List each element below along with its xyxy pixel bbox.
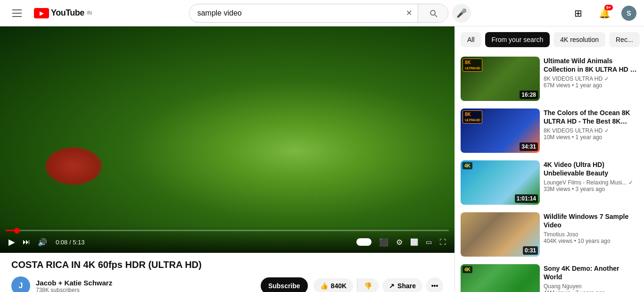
sidebar-video-meta: 404K views • 10 years ago (544, 238, 638, 244)
next-button[interactable]: ⏭ (20, 236, 33, 248)
verified-icon: ✓ (604, 75, 609, 82)
video-thumbnail: 0:31 (461, 212, 540, 257)
sidebar-video-item-1[interactable]: 8KULTRA HD 16:28 Ultimate Wild Animals C… (455, 53, 644, 105)
main-content: ▶ ⏭ 🔊 0:08 / 5:13 (0, 26, 644, 292)
gear-icon: ⚙ (396, 238, 403, 247)
youtube-logo-icon (34, 8, 49, 18)
channel-name[interactable]: Jacob + Katie Schwarz (36, 279, 255, 287)
video-title: COSTA RICA IN 4K 60fps HDR (ULTRA HD) (11, 259, 443, 271)
video-badge: 8KULTRA HD (462, 58, 482, 72)
sidebar-channel-name: 8K VIDEOS ULTRA HD ✓ (544, 127, 638, 134)
search-icon (429, 8, 438, 18)
sidebar-video-meta: 67M views • 1 year ago (544, 82, 638, 89)
verified-icon: ✓ (604, 127, 609, 134)
sidebar-video-item-3[interactable]: 4K 1:01:14 4K Video (Ultra HD) Unbelieva… (455, 157, 644, 209)
logo-text: YouTube (51, 8, 84, 18)
notifications-button[interactable]: 🔔 9+ (595, 4, 614, 23)
sidebar-video-item-5[interactable]: 4K Sony 4K Demo: Another World Quang Ngu… (455, 260, 644, 292)
miniplayer-button[interactable]: ⬜ (407, 236, 421, 248)
fullscreen-icon: ⛶ (439, 238, 446, 246)
header: YouTubeIN ✕ 🎤 ⊞ 🔔 9+ S (0, 0, 644, 26)
sidebar-channel-name: 8K VIDEOS ULTRA HD ✓ (544, 75, 638, 82)
voice-search-button[interactable]: 🎤 (452, 4, 471, 23)
sidebar-video-title: Wildlife Windows 7 Sample Video (544, 212, 638, 229)
fullscreen-button[interactable]: ⛶ (437, 236, 449, 248)
search-input[interactable] (190, 9, 400, 17)
sidebar-video-info: Ultimate Wild Animals Collection in 8K U… (544, 57, 638, 101)
video-section: ▶ ⏭ 🔊 0:08 / 5:13 (0, 26, 454, 292)
video-player[interactable]: ▶ ⏭ 🔊 0:08 / 5:13 (0, 26, 454, 253)
video-thumbnail: 8KULTRA HD 34:31 (461, 108, 540, 153)
theater-mode-button[interactable]: ▭ (423, 236, 435, 248)
video-badge: 8KULTRA HD (462, 110, 482, 124)
progress-filled (6, 230, 17, 231)
search-submit-button[interactable] (418, 4, 448, 23)
pill-from-your-search[interactable]: From your search (485, 32, 550, 47)
video-player-container: ▶ ⏭ 🔊 0:08 / 5:13 (0, 26, 454, 253)
video-info: COSTA RICA IN 4K 60fps HDR (ULTRA HD) J … (0, 253, 454, 292)
settings-button[interactable]: ⚙ (393, 236, 405, 249)
pill-recommended[interactable]: Rec... (609, 32, 640, 47)
time-display: 0:08 / 5:13 (56, 239, 84, 246)
controls-row: ▶ ⏭ 🔊 0:08 / 5:13 (6, 235, 449, 249)
share-button[interactable]: ↗ Share (382, 278, 422, 292)
sidebar-video-meta: 41M views • 7 years ago (544, 290, 638, 292)
subtitles-button[interactable]: ⬛ (376, 236, 391, 249)
youtube-logo[interactable]: YouTubeIN (34, 8, 92, 18)
hamburger-menu-button[interactable] (8, 4, 26, 23)
search-bar: ✕ (189, 4, 448, 23)
controls-right: ⬛ ⚙ ⬜ ▭ ⛶ (354, 236, 449, 249)
autoplay-icon (356, 238, 372, 246)
pill-all[interactable]: All (461, 32, 481, 47)
like-count: 840K (331, 282, 347, 290)
search-clear-button[interactable]: ✕ (400, 8, 418, 17)
miniplayer-icon: ⬜ (410, 238, 418, 246)
autoplay-toggle[interactable] (354, 236, 374, 248)
sidebar-video-info: 4K Video (Ultra HD) Unbelievable Beauty … (544, 160, 638, 205)
sidebar-video-info: The Colors of the Ocean 8K ULTRA HD - Th… (544, 108, 638, 153)
channel-info: Jacob + Katie Schwarz 738K subscribers (36, 279, 255, 292)
video-controls: ▶ ⏭ 🔊 0:08 / 5:13 (0, 226, 454, 253)
video-thumbnail: 4K 1:01:14 (461, 160, 540, 205)
pill-4k-resolution[interactable]: 4K resolution (553, 32, 605, 47)
add-video-icon: ⊞ (574, 8, 582, 19)
filter-pills: All From your search 4K resolution Rec..… (455, 26, 644, 53)
create-video-button[interactable]: ⊞ (569, 4, 587, 23)
play-button[interactable]: ▶ (6, 235, 18, 249)
ellipsis-icon: ••• (431, 282, 438, 290)
volume-button[interactable]: 🔊 (35, 236, 50, 249)
channel-subscribers: 738K subscribers (36, 287, 255, 292)
subscribe-button[interactable]: Subscribe (261, 277, 308, 292)
dislike-button[interactable]: 👎 (357, 278, 379, 292)
volume-icon: 🔊 (38, 238, 47, 247)
sidebar-video-item-4[interactable]: 0:31 Wildlife Windows 7 Sample Video Tim… (455, 209, 644, 260)
avatar[interactable]: S (621, 6, 636, 21)
more-options-button[interactable]: ••• (426, 277, 443, 292)
sidebar-video-item-2[interactable]: 8KULTRA HD 34:31 The Colors of the Ocean… (455, 105, 644, 157)
video-thumbnail: 4K (461, 264, 540, 292)
video-duration: 34:31 (520, 142, 538, 151)
search-container: ✕ 🎤 (92, 4, 569, 23)
sidebar-video-meta: 10M views • 1 year ago (544, 134, 638, 141)
share-icon: ↗ (389, 282, 395, 290)
sidebar-video-title: Ultimate Wild Animals Collection in 8K U… (544, 57, 638, 74)
notification-badge: 9+ (604, 5, 613, 10)
video-duration: 0:31 (523, 246, 538, 255)
header-left: YouTubeIN (8, 4, 92, 23)
sidebar-video-meta: 33M views • 3 years ago (544, 186, 638, 192)
like-icon: 👍 (320, 282, 328, 290)
hamburger-icon (12, 9, 22, 17)
sidebar-video-title: Sony 4K Demo: Another World (544, 264, 638, 281)
progress-bar[interactable] (6, 230, 449, 231)
subtitles-icon: ⬛ (379, 238, 388, 247)
sidebar-video-list: 8KULTRA HD 16:28 Ultimate Wild Animals C… (455, 53, 644, 292)
action-buttons: 👍 840K 👎 ↗ Share ••• (314, 277, 443, 292)
progress-dot (14, 228, 20, 234)
header-right: ⊞ 🔔 9+ S (569, 4, 636, 23)
video-frame (0, 26, 454, 253)
video-duration: 16:28 (520, 91, 538, 99)
sidebar-channel-name: LoungeV Films - Relaxing Musi... ✓ (544, 179, 638, 186)
like-button[interactable]: 👍 840K (314, 278, 353, 292)
dislike-icon: 👎 (364, 282, 372, 290)
channel-avatar[interactable]: J (11, 276, 30, 292)
